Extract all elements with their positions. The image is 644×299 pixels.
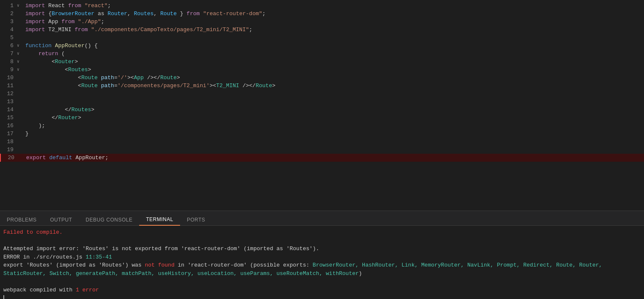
line-number-8: 8 bbox=[0, 58, 17, 66]
code-line-20: 20 export default AppRouter; bbox=[0, 154, 644, 162]
code-content-16: ); bbox=[24, 122, 45, 130]
fold-arrow-7[interactable]: ∨ bbox=[17, 50, 24, 58]
code-line-18: 18 bbox=[0, 138, 644, 146]
line-number-13: 13 bbox=[0, 98, 17, 106]
code-content-1: import React from "react"; bbox=[24, 2, 111, 10]
fold-arrow-1[interactable]: ∨ bbox=[17, 2, 24, 10]
editor-area: 1∨import React from "react";2 import {Br… bbox=[0, 0, 644, 211]
code-line-6: 6∨function AppRouter() { bbox=[0, 42, 644, 50]
import-error-text: Attempted import error: 'Routes' is not … bbox=[3, 246, 319, 252]
panel-tab-debug-console[interactable]: DEBUG CONSOLE bbox=[79, 214, 139, 225]
code-content-20: export default AppRouter; bbox=[24, 154, 108, 162]
webpack-prefix: webpack compiled with bbox=[3, 287, 76, 293]
export-end: ) bbox=[359, 270, 362, 277]
terminal-content[interactable]: Failed to compile. Attempted import erro… bbox=[0, 226, 644, 299]
code-content-17: } bbox=[24, 130, 29, 138]
code-content-3: import App from "./App"; bbox=[24, 18, 104, 26]
line-number-2: 2 bbox=[0, 10, 17, 18]
code-content-14: </Routes> bbox=[24, 106, 94, 114]
line-number-5: 5 bbox=[0, 34, 17, 42]
code-content-8: <Router> bbox=[24, 58, 78, 66]
code-line-8: 8∨ <Router> bbox=[0, 58, 644, 66]
code-content-12 bbox=[24, 90, 78, 98]
terminal-cursor-line bbox=[3, 294, 641, 299]
code-line-7: 7∨ return ( bbox=[0, 50, 644, 58]
fold-arrow-8[interactable]: ∨ bbox=[17, 58, 24, 66]
code-content-4: import T2_MINI from "./componentes/Campo… bbox=[24, 26, 252, 34]
panel-tab-ports[interactable]: PORTS bbox=[180, 214, 212, 225]
code-content-11: <Route path='/componentes/pages/T2_mini'… bbox=[24, 82, 275, 90]
code-content-13 bbox=[24, 98, 78, 106]
line-number-4: 4 bbox=[0, 26, 17, 34]
code-line-1: 1∨import React from "react"; bbox=[0, 2, 644, 10]
code-line-13: 13 bbox=[0, 98, 644, 106]
code-line-12: 12 bbox=[0, 90, 644, 98]
code-content-15: </Router> bbox=[24, 114, 81, 122]
terminal-line-error-in: ERROR in ./src/routes.js 11:35-41 bbox=[3, 253, 641, 262]
line-number-15: 15 bbox=[0, 114, 17, 122]
code-line-4: 4 import T2_MINI from "./componentes/Cam… bbox=[0, 26, 644, 34]
code-line-15: 15 </Router> bbox=[0, 114, 644, 122]
code-line-9: 9∨ <Routes> bbox=[0, 66, 644, 74]
failed-compile-text: Failed to compile. bbox=[3, 229, 62, 235]
line-number-7: 7 bbox=[0, 50, 17, 58]
code-container: 1∨import React from "react";2 import {Br… bbox=[0, 0, 644, 163]
code-line-11: 11 <Route path='/componentes/pages/T2_mi… bbox=[0, 82, 644, 90]
code-line-17: 17 } bbox=[0, 130, 644, 138]
terminal-line-blank1 bbox=[3, 237, 641, 245]
line-number-1: 1 bbox=[0, 2, 17, 10]
terminal-line-webpack: webpack compiled with 1 error bbox=[3, 286, 641, 294]
code-content-10: <Route path='/'><App /></Route> bbox=[24, 74, 180, 82]
line-number-9: 9 bbox=[0, 66, 17, 74]
line-number-3: 3 bbox=[0, 18, 17, 26]
bottom-panel: PROBLEMSOUTPUTDEBUG CONSOLETERMINALPORTS… bbox=[0, 211, 644, 299]
line-number-10: 10 bbox=[0, 74, 17, 82]
code-line-3: 3 import App from "./App"; bbox=[0, 18, 644, 26]
panel-tab-terminal[interactable]: TERMINAL bbox=[139, 214, 180, 226]
code-line-19: 19 bbox=[0, 146, 644, 154]
code-line-5: 5 bbox=[0, 34, 644, 42]
terminal-line-import-error: Attempted import error: 'Routes' is not … bbox=[3, 245, 641, 253]
code-line-10: 10 <Route path='/'><App /></Route> bbox=[0, 74, 644, 82]
not-found-text: not found bbox=[145, 262, 174, 268]
code-content-6: function AppRouter() { bbox=[24, 42, 98, 50]
line-number-6: 6 bbox=[0, 42, 17, 50]
export-middle: in 'react-router-dom' (possible exports: bbox=[175, 262, 313, 268]
panel-tab-output[interactable]: OUTPUT bbox=[43, 214, 79, 225]
fold-arrow-6[interactable]: ∨ bbox=[17, 42, 24, 50]
line-number-19: 19 bbox=[0, 146, 17, 154]
line-number-14: 14 bbox=[0, 106, 17, 114]
export-prefix: export 'Routes' (imported as 'Routes') w… bbox=[3, 262, 145, 268]
line-number-20: 20 bbox=[1, 154, 18, 162]
code-line-16: 16 ); bbox=[0, 122, 644, 130]
fold-arrow-9[interactable]: ∨ bbox=[17, 66, 24, 74]
code-content-9: <Routes> bbox=[24, 66, 91, 74]
terminal-line-export: export 'Routes' (imported as 'Routes') w… bbox=[3, 261, 641, 278]
error-prefix: ERROR in ./src/routes.js bbox=[3, 254, 86, 260]
line-number-16: 16 bbox=[0, 122, 17, 130]
error-count: 1 error bbox=[76, 287, 99, 293]
line-number-11: 11 bbox=[0, 82, 17, 90]
code-content-2: import {BrowserRouter as Router, Routes,… bbox=[24, 10, 266, 18]
code-content-7: return ( bbox=[24, 50, 65, 58]
line-number-17: 17 bbox=[0, 130, 17, 138]
panel-tab-problems[interactable]: PROBLEMS bbox=[0, 214, 43, 225]
error-link[interactable]: 11:35-41 bbox=[86, 254, 112, 260]
terminal-line-blank2 bbox=[3, 278, 641, 286]
line-number-18: 18 bbox=[0, 138, 17, 146]
code-line-2: 2 import {BrowserRouter as Router, Route… bbox=[0, 10, 644, 18]
line-number-12: 12 bbox=[0, 90, 17, 98]
code-line-14: 14 </Routes> bbox=[0, 106, 644, 114]
cursor bbox=[3, 295, 4, 299]
panel-tabs: PROBLEMSOUTPUTDEBUG CONSOLETERMINALPORTS bbox=[0, 211, 644, 226]
terminal-line-failed: Failed to compile. bbox=[3, 228, 641, 237]
